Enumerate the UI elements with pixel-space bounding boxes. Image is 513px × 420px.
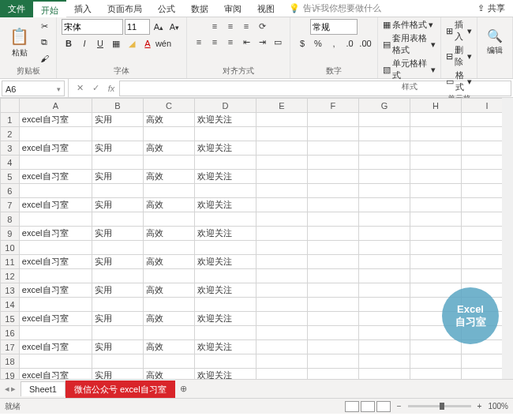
- cell[interactable]: [92, 156, 143, 170]
- cell[interactable]: [143, 184, 194, 198]
- tab-insert[interactable]: 插入: [66, 0, 99, 17]
- cell[interactable]: [92, 184, 143, 198]
- currency-button[interactable]: $: [295, 36, 309, 51]
- cell[interactable]: [410, 369, 461, 380]
- cell[interactable]: [256, 255, 307, 269]
- cell[interactable]: [358, 312, 410, 326]
- cell[interactable]: [410, 340, 461, 354]
- border-button[interactable]: ▦: [109, 36, 123, 51]
- font-color-button[interactable]: A: [140, 36, 155, 51]
- cell[interactable]: [256, 326, 307, 340]
- cell[interactable]: 高效: [143, 283, 194, 298]
- col-header-H[interactable]: H: [410, 99, 461, 113]
- cell[interactable]: [92, 354, 143, 369]
- cell[interactable]: [410, 184, 461, 198]
- cell[interactable]: [256, 212, 307, 227]
- cell[interactable]: [307, 212, 358, 227]
- cell[interactable]: 高效: [143, 312, 194, 326]
- increase-decimal-button[interactable]: .0: [343, 36, 357, 51]
- decrease-font-button[interactable]: A▾: [167, 20, 182, 34]
- cell[interactable]: [256, 354, 307, 369]
- tab-nav-next[interactable]: ▸: [11, 384, 16, 394]
- cell[interactable]: [307, 269, 358, 283]
- cell[interactable]: 实用: [92, 312, 143, 326]
- cell[interactable]: 欢迎关注: [194, 113, 256, 127]
- cell[interactable]: excel自习室: [19, 227, 92, 241]
- font-name-combo[interactable]: [62, 19, 123, 35]
- table-format-button[interactable]: ▤套用表格格式 ▾: [383, 32, 436, 56]
- align-center-button[interactable]: ≡: [208, 35, 222, 49]
- cell[interactable]: [143, 298, 194, 312]
- cell[interactable]: [194, 127, 256, 141]
- format-cells-button[interactable]: ▭格式 ▾: [446, 69, 472, 93]
- cell[interactable]: [194, 298, 256, 312]
- cell[interactable]: 欢迎关注: [194, 283, 256, 298]
- italic-button[interactable]: I: [77, 36, 92, 51]
- format-painter-button[interactable]: 🖌: [37, 51, 51, 66]
- cell[interactable]: [307, 354, 358, 369]
- conditional-format-button[interactable]: ▦条件格式 ▾: [383, 19, 433, 31]
- cell-styles-button[interactable]: ▧单元格样式 ▾: [383, 58, 436, 81]
- row-header[interactable]: 17: [1, 340, 20, 354]
- cell[interactable]: [307, 326, 358, 340]
- cut-button[interactable]: ✂: [37, 20, 51, 34]
- tab-file[interactable]: 文件: [0, 0, 33, 17]
- percent-button[interactable]: %: [311, 36, 325, 51]
- tab-view[interactable]: 视图: [249, 0, 283, 17]
- cell[interactable]: [307, 127, 358, 141]
- tell-me[interactable]: 💡 告诉我你想要做什么: [289, 2, 381, 14]
- cell[interactable]: [256, 298, 307, 312]
- cell[interactable]: [410, 141, 461, 156]
- cell[interactable]: 高效: [143, 369, 194, 380]
- cell[interactable]: 高效: [143, 198, 194, 212]
- cell[interactable]: [256, 241, 307, 255]
- cell[interactable]: [19, 326, 92, 340]
- cell[interactable]: 高效: [143, 113, 194, 127]
- bold-button[interactable]: B: [62, 36, 76, 51]
- row-header[interactable]: 9: [1, 227, 20, 241]
- cell[interactable]: [307, 170, 358, 184]
- underline-button[interactable]: U: [93, 36, 107, 51]
- cell[interactable]: 实用: [92, 340, 143, 354]
- zoom-slider[interactable]: [408, 405, 471, 407]
- cell[interactable]: 高效: [143, 340, 194, 354]
- cell[interactable]: [92, 298, 143, 312]
- delete-cells-button[interactable]: ⊟删除 ▾: [446, 44, 472, 68]
- row-header[interactable]: 11: [1, 255, 20, 269]
- col-header-F[interactable]: F: [307, 99, 358, 113]
- cell[interactable]: [19, 127, 92, 141]
- cell[interactable]: [307, 298, 358, 312]
- cell[interactable]: [19, 269, 92, 283]
- cell[interactable]: [410, 127, 461, 141]
- cell[interactable]: 欢迎关注: [194, 227, 256, 241]
- align-right-button[interactable]: ≡: [223, 35, 238, 49]
- cell[interactable]: [358, 170, 410, 184]
- cell[interactable]: [358, 326, 410, 340]
- cell[interactable]: [143, 212, 194, 227]
- cell[interactable]: [256, 283, 307, 298]
- cell[interactable]: excel自习室: [19, 283, 92, 298]
- cell[interactable]: [410, 255, 461, 269]
- cancel-button[interactable]: ✕: [72, 83, 88, 93]
- name-box[interactable]: A6: [2, 81, 65, 96]
- align-left-button[interactable]: ≡: [192, 35, 206, 49]
- cell[interactable]: [307, 340, 358, 354]
- new-sheet-button[interactable]: ⊕: [175, 384, 192, 394]
- cell[interactable]: [358, 298, 410, 312]
- cell[interactable]: 实用: [92, 227, 143, 241]
- cell[interactable]: [194, 269, 256, 283]
- cell[interactable]: [410, 156, 461, 170]
- cell[interactable]: [19, 184, 92, 198]
- cell[interactable]: 实用: [92, 198, 143, 212]
- cell[interactable]: [307, 241, 358, 255]
- cell[interactable]: 高效: [143, 255, 194, 269]
- row-header[interactable]: 8: [1, 212, 20, 227]
- cell[interactable]: [194, 241, 256, 255]
- cell[interactable]: [410, 227, 461, 241]
- align-bottom-button[interactable]: ≡: [239, 19, 253, 33]
- cell[interactable]: [358, 184, 410, 198]
- font-size-combo[interactable]: [125, 19, 150, 35]
- cell[interactable]: [358, 283, 410, 298]
- cell[interactable]: [358, 369, 410, 380]
- view-pagebreak-button[interactable]: [376, 401, 391, 412]
